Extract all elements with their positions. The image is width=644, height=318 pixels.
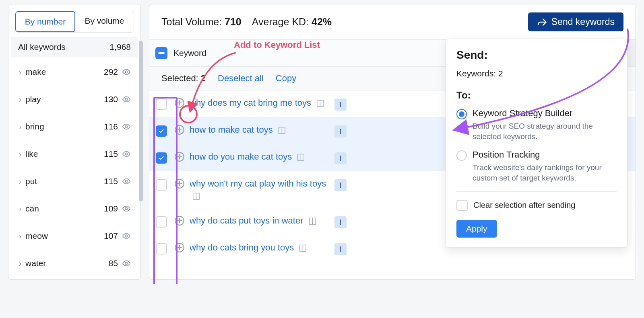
eye-icon[interactable] — [122, 68, 131, 76]
select-all-checkbox[interactable] — [155, 47, 167, 59]
keyword-group-count: 115 — [104, 176, 118, 186]
svg-point-0 — [125, 71, 128, 73]
row-checkbox[interactable] — [156, 125, 167, 137]
keyword-link[interactable]: why do cats put toys in water ◫ — [190, 215, 334, 228]
toggle-by-number[interactable]: By number — [15, 11, 75, 32]
chevron-right-icon: › — [15, 259, 25, 268]
eye-icon[interactable] — [122, 259, 131, 268]
serp-icon: ◫ — [278, 125, 286, 135]
keyword-group-row[interactable]: ›can109 — [11, 195, 138, 222]
intent-badge: I — [334, 152, 347, 164]
chevron-right-icon: › — [15, 232, 25, 241]
keyword-group-name: play — [25, 94, 104, 104]
eye-icon[interactable] — [122, 204, 131, 213]
serp-icon: ◫ — [316, 98, 324, 108]
intent-badge: I — [334, 216, 347, 228]
row-checkbox[interactable] — [156, 243, 167, 254]
intent-badge: I — [334, 98, 347, 111]
scrollbar[interactable] — [139, 41, 143, 201]
keyword-link[interactable]: why does my cat bring me toys ◫ — [190, 97, 334, 111]
eye-icon[interactable] — [122, 95, 131, 104]
keyword-group-count: 107 — [104, 231, 118, 241]
send-arrow-icon — [537, 17, 547, 27]
chevron-right-icon: › — [15, 122, 25, 131]
toggle-by-volume[interactable]: By volume — [75, 11, 134, 32]
keyword-group-count: 85 — [109, 259, 118, 268]
serp-icon: ◫ — [297, 152, 305, 162]
svg-point-4 — [125, 180, 128, 183]
keyword-link[interactable]: how to make cat toys ◫ — [190, 124, 334, 137]
serp-icon: ◫ — [192, 191, 200, 201]
keyword-group-row[interactable]: ›water85 — [11, 250, 138, 277]
svg-rect-8 — [158, 52, 165, 54]
svg-point-5 — [125, 207, 128, 210]
keyword-group-count: 115 — [104, 149, 118, 159]
send-keywords-button[interactable]: Send keywords — [528, 12, 623, 31]
eye-icon[interactable] — [122, 150, 131, 158]
main-panel: Total Volume: 710 Average KD: 42% Send k… — [149, 4, 636, 280]
all-keywords-label: All keywords — [18, 42, 66, 52]
add-to-list-icon[interactable] — [173, 215, 186, 227]
eye-icon[interactable] — [122, 122, 131, 131]
keyword-link[interactable]: how do you make cat toys ◫ — [190, 151, 334, 164]
keyword-link[interactable]: why won't my cat play with his toys ◫ — [190, 178, 334, 201]
svg-point-3 — [125, 153, 128, 155]
keyword-group-row[interactable]: ›make292 — [11, 58, 138, 86]
apply-button[interactable]: Apply — [456, 220, 497, 238]
destination-radio[interactable] — [456, 150, 467, 161]
eye-icon[interactable] — [122, 177, 131, 186]
destination-radio[interactable] — [456, 109, 467, 119]
deselect-all-link[interactable]: Deselect all — [218, 73, 264, 84]
add-to-list-icon[interactable] — [173, 97, 186, 109]
keyword-group-row[interactable]: ›like115 — [11, 140, 138, 168]
row-checkbox[interactable] — [156, 216, 167, 228]
copy-link[interactable]: Copy — [276, 73, 296, 84]
keyword-group-count: 130 — [104, 94, 118, 104]
intent-badge: I — [334, 125, 347, 137]
keyword-group-count: 116 — [104, 122, 118, 131]
summary-stats: Total Volume: 710 Average KD: 42% — [161, 16, 332, 28]
destination-desc: Track website's daily rankings for your … — [473, 162, 617, 183]
chevron-right-icon: › — [15, 204, 25, 213]
keyword-group-name: like — [25, 149, 104, 159]
keyword-group-count: 292 — [104, 67, 118, 77]
all-keywords-row[interactable]: All keywords 1,968 — [11, 37, 138, 57]
svg-point-1 — [125, 98, 128, 101]
row-checkbox[interactable] — [156, 152, 167, 164]
row-checkbox[interactable] — [156, 98, 167, 110]
keyword-group-name: bring — [25, 122, 104, 131]
keyword-group-row[interactable]: ›put115 — [11, 168, 138, 195]
intent-badge: I — [334, 243, 347, 255]
clear-selection-label: Clear selection after sending — [473, 201, 575, 210]
serp-icon: ◫ — [308, 215, 317, 226]
chevron-right-icon: › — [15, 177, 25, 186]
eye-icon[interactable] — [122, 232, 131, 240]
add-to-list-icon[interactable] — [173, 124, 186, 136]
row-checkbox[interactable] — [156, 179, 167, 191]
add-to-list-icon[interactable] — [173, 178, 186, 190]
chevron-right-icon: › — [15, 68, 25, 77]
send-popover: Send: Keywords: 2 To: Keyword Strategy B… — [446, 39, 627, 248]
serp-icon: ◫ — [299, 242, 307, 252]
keyword-group-name: water — [25, 259, 109, 268]
keyword-group-row[interactable]: ›play130 — [11, 86, 138, 113]
keyword-group-row[interactable]: ›meow107 — [11, 222, 138, 250]
destination-title: Keyword Strategy Builder — [473, 108, 617, 119]
annotation-label: Add to Keyword List — [234, 40, 320, 50]
add-to-list-icon[interactable] — [173, 242, 186, 254]
destination-title: Position Tracking — [473, 150, 617, 160]
keyword-group-count: 109 — [104, 204, 118, 213]
sort-toggle: By number By volume — [15, 11, 134, 33]
add-to-list-icon[interactable] — [173, 151, 186, 163]
keyword-group-name: put — [25, 176, 104, 186]
svg-point-2 — [125, 125, 128, 128]
popover-to-label: To: — [456, 90, 617, 101]
all-keywords-count: 1,968 — [109, 42, 131, 52]
svg-point-7 — [125, 262, 128, 265]
keyword-link[interactable]: why do cats bring you toys ◫ — [190, 242, 334, 255]
keyword-group-row[interactable]: ›bring116 — [11, 113, 138, 140]
keyword-group-name: can — [25, 204, 104, 213]
clear-selection-checkbox[interactable] — [456, 200, 468, 211]
chevron-right-icon: › — [15, 95, 25, 104]
intent-badge: I — [334, 179, 347, 191]
